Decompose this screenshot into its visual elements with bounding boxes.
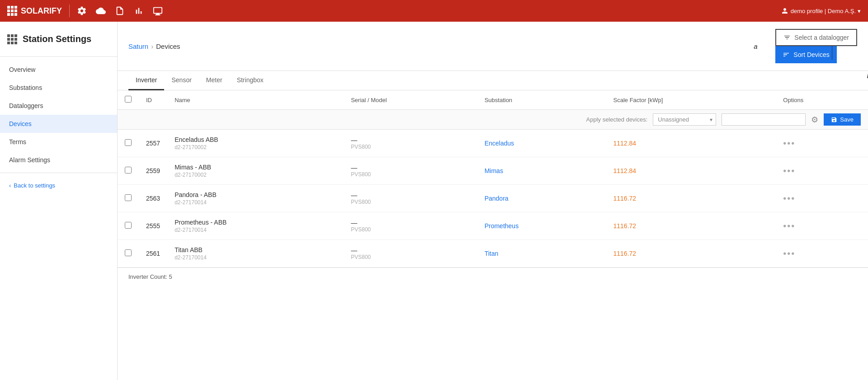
back-to-settings[interactable]: ‹ Back to settings (0, 177, 117, 194)
select-all-checkbox[interactable] (125, 96, 132, 103)
cloud-icon[interactable] (96, 6, 106, 16)
brand-logo: SOLARIFY (7, 6, 62, 16)
row-checkbox-cell (118, 157, 139, 185)
devices-table: ID Name Serial / Model Substation Scale … (118, 90, 868, 267)
apply-row: Apply selected devices: Unassigned ⚙ (118, 110, 868, 130)
device-name: Titan ABB (175, 246, 336, 253)
device-name: Enceladus ABB (175, 136, 336, 143)
col-substation: Substation (477, 90, 606, 110)
row-substation: Prometheus (477, 212, 606, 240)
user-dropdown-icon[interactable]: ▾ (858, 8, 861, 14)
row-options-cell: ••• (776, 240, 868, 267)
scale-value: 1116.72 (613, 250, 637, 257)
substation-link[interactable]: Prometheus (485, 222, 519, 230)
row-substation: Titan (477, 240, 606, 267)
save-button[interactable]: Save (824, 113, 861, 126)
col-id: ID (139, 90, 167, 110)
apply-label: Apply selected devices: (586, 116, 648, 123)
breadcrumb-separator: › (151, 42, 153, 50)
user-profile[interactable]: demo profile | Demo A.Ş. ▾ (781, 7, 861, 15)
sidebar-item-devices[interactable]: Devices (0, 115, 117, 133)
tab-stringbox[interactable]: Stringbox (230, 71, 271, 90)
row-scale: 1116.72 (606, 212, 776, 240)
row-checkbox-cell (118, 130, 139, 157)
sidebar-item-substations[interactable]: Substations (0, 79, 117, 97)
sidebar-item-alarm-settings[interactable]: Alarm Settings (0, 151, 117, 169)
serial-dash: — (351, 247, 470, 254)
monitor-icon[interactable] (153, 6, 163, 16)
sort-devices-button[interactable]: Sort Devices (775, 46, 836, 63)
row-serial-cell: — PVS800 (344, 130, 477, 157)
nav-icons (77, 6, 163, 16)
options-menu-button[interactable]: ••• (783, 138, 795, 148)
sidebar-title: Station Settings (23, 34, 91, 44)
options-menu-button[interactable]: ••• (783, 166, 795, 176)
row-serial-cell: — PVS800 (344, 212, 477, 240)
row-scale: 1116.72 (606, 240, 776, 267)
sidebar-item-overview[interactable]: Overview (0, 61, 117, 79)
tab-meter[interactable]: Meter (199, 71, 230, 90)
table-row: 2561 Titan ABB d2-27170014 — PVS800 Tita… (118, 240, 868, 267)
apply-substation-select[interactable]: Unassigned (653, 113, 716, 126)
row-id: 2555 (139, 212, 167, 240)
row-checkbox[interactable] (125, 194, 132, 201)
sidebar-hamburger-icon[interactable] (7, 34, 17, 44)
chart-icon[interactable] (134, 6, 144, 16)
row-id: 2563 (139, 185, 167, 212)
breadcrumb-current: Devices (156, 42, 180, 50)
row-options-cell: ••• (776, 157, 868, 185)
substation-link[interactable]: Mimas (485, 167, 503, 174)
apply-scale-input[interactable] (722, 113, 806, 126)
device-model: PVS800 (351, 254, 470, 260)
top-nav: SOLARIFY demo profile | Demo A.Ş. ▾ (0, 0, 868, 22)
options-menu-button[interactable]: ••• (783, 221, 795, 231)
options-menu-button[interactable]: ••• (783, 193, 795, 203)
substation-link[interactable]: Pandora (485, 195, 509, 202)
col-name: Name (167, 90, 344, 110)
options-menu-button[interactable]: ••• (783, 249, 795, 258)
table-row: 2559 Mimas - ABB d2-27170002 — PVS800 Mi… (118, 157, 868, 185)
row-id: 2557 (139, 130, 167, 157)
device-name: Mimas - ABB (175, 164, 336, 171)
row-checkbox[interactable] (125, 139, 132, 146)
brand-name: SOLARIFY (21, 6, 62, 16)
main-content: Saturn › Devices a Select a datalogger S… (118, 22, 868, 380)
row-checkbox-cell (118, 212, 139, 240)
grid-icon (7, 6, 17, 16)
device-name: Prometheus - ABB (175, 219, 336, 226)
annotation-a: a (754, 42, 757, 50)
sidebar-item-dataloggers[interactable]: Dataloggers (0, 97, 117, 115)
breadcrumb: Saturn › Devices (128, 42, 180, 50)
device-model: PVS800 (351, 199, 470, 205)
document-icon[interactable] (115, 6, 125, 16)
substation-link[interactable]: Titan (485, 250, 499, 257)
device-serial-code: d2-27170014 (175, 227, 336, 233)
filter-datalogger-button[interactable]: Select a datalogger (775, 29, 857, 46)
breadcrumb-parent[interactable]: Saturn (128, 42, 148, 50)
sidebar-header: Station Settings (0, 22, 117, 57)
scale-value: 1112.84 (613, 140, 637, 147)
row-name-cell: Prometheus - ABB d2-27170014 (167, 212, 344, 240)
sidebar-divider (0, 173, 117, 173)
back-arrow-icon: ‹ (9, 182, 11, 189)
row-options-cell: ••• (776, 212, 868, 240)
tab-inverter[interactable]: Inverter (128, 71, 164, 90)
sort-label: Sort Devices (793, 51, 829, 58)
row-checkbox[interactable] (125, 167, 132, 174)
row-checkbox[interactable] (125, 222, 132, 229)
apply-select-wrap: Unassigned (653, 113, 716, 126)
row-serial-cell: — PVS800 (344, 240, 477, 267)
table-row: 2563 Pandora - ABB d2-27170014 — PVS800 … (118, 185, 868, 212)
inverter-count: Inverter Count: 5 (118, 267, 868, 286)
gear-icon[interactable] (77, 6, 87, 16)
row-serial-cell: — PVS800 (344, 157, 477, 185)
device-serial-code: d2-27170014 (175, 254, 336, 261)
tab-sensor[interactable]: Sensor (164, 71, 198, 90)
col-serial: Serial / Model (344, 90, 477, 110)
row-checkbox[interactable] (125, 249, 132, 256)
substation-link[interactable]: Enceladus (485, 140, 514, 147)
serial-dash: — (351, 136, 470, 144)
apply-gear-icon[interactable]: ⚙ (811, 115, 818, 125)
sidebar-item-terms[interactable]: Terms (0, 133, 117, 151)
device-serial-code: d2-27170002 (175, 172, 336, 178)
